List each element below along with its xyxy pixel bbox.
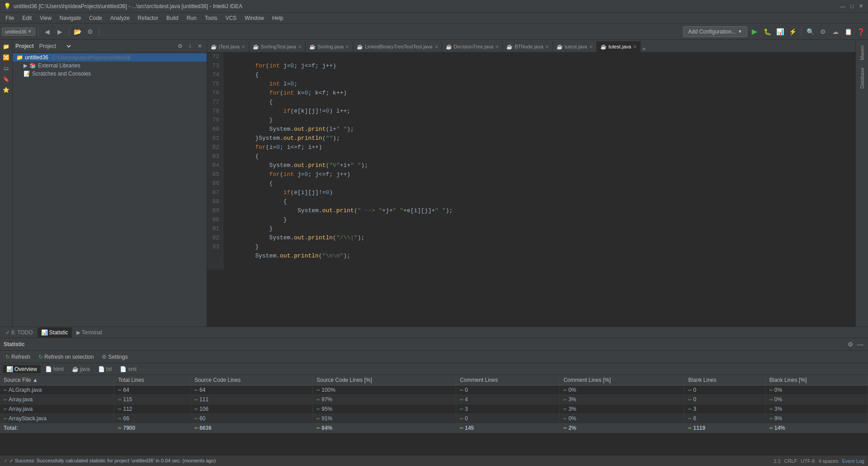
tree-item-ext-libs[interactable]: ▶ 📚 External Libraries [20, 62, 207, 70]
tab-overview[interactable]: 📊 Overview [3, 365, 41, 373]
tab-sortingtest-close[interactable]: ✕ [298, 44, 302, 49]
refresh-btn[interactable]: ↻ Refresh [3, 353, 33, 361]
toolbar-back-btn[interactable]: ◀ [42, 26, 53, 37]
tree-item-scratches[interactable]: 📝 Scratches and Consoles [20, 70, 207, 78]
profile-btn[interactable]: ⚡ [787, 26, 798, 37]
edit-icon: ✏ [4, 388, 7, 393]
run-with-coverage-btn[interactable]: 📊 [774, 26, 785, 37]
menu-edit[interactable]: Edit [19, 14, 35, 22]
todo-panel-tab[interactable]: ✓ 6: TODO [2, 328, 37, 338]
tab-tutest2[interactable]: ☕ tutest.java ✕ [597, 41, 641, 52]
maximize-button[interactable]: □ [848, 3, 855, 10]
menu-build[interactable]: Build [163, 14, 182, 22]
project-sort-icon[interactable]: ↕ [186, 42, 194, 50]
tab-decisiontree-close[interactable]: ✕ [495, 44, 499, 49]
tab-txt[interactable]: 📄 txt [94, 365, 116, 373]
sidebar-project-icon[interactable]: 📁 [1, 42, 11, 52]
panel-settings-btn[interactable]: ⚙ [846, 340, 854, 348]
ext-libs-expand-icon: ▶ [24, 62, 28, 69]
tab-tutest1-label: tutest.java [565, 44, 587, 49]
panel-minimize-btn[interactable]: — [856, 340, 864, 348]
terminal-panel-tab[interactable]: ▶ Terminal [73, 328, 106, 338]
col-src-pct[interactable]: Source Code Lines [%] [313, 375, 456, 385]
tab-jtest[interactable]: ☕ jTest.java ✕ [207, 41, 249, 52]
tab-btnode-close[interactable]: ✕ [545, 44, 549, 49]
tab-btnode[interactable]: ☕ BTNode.java ✕ [503, 41, 553, 52]
tab-sortingtest[interactable]: ☕ SortingTest.java ✕ [249, 41, 306, 52]
tab-tutest1-close[interactable]: ✕ [589, 44, 593, 49]
menu-run[interactable]: Run [183, 14, 200, 22]
col-source-file[interactable]: Source File ▲ [0, 375, 114, 385]
menu-view[interactable]: View [36, 14, 55, 22]
encoding[interactable]: UTF-8 [801, 458, 815, 464]
tab-html[interactable]: 📄 html [42, 365, 67, 373]
toolbar-fwd-btn[interactable]: ▶ [55, 26, 66, 37]
menu-vcs[interactable]: VCS [222, 14, 241, 22]
refresh-selection-btn[interactable]: ↻ Refresh on selection [36, 353, 96, 361]
menu-help[interactable]: Help [269, 14, 287, 22]
sidebar-bookmarks-icon[interactable]: 🔖 [1, 74, 11, 84]
col-cmt-lines[interactable]: Comment Lines [456, 375, 560, 385]
tab-sorting-close[interactable]: ✕ [345, 44, 349, 49]
database-panel-label[interactable]: Database [858, 64, 867, 92]
minimize-button[interactable]: — [839, 3, 846, 10]
project-scope-dropdown[interactable]: Project Packages [36, 42, 72, 51]
menu-file[interactable]: File [2, 14, 18, 22]
event-log-btn[interactable]: Event Log [842, 458, 864, 464]
add-config-button[interactable]: Add Configuration... ▼ [683, 26, 747, 37]
edit-icon: ✏ [194, 426, 198, 431]
tab-linkedbinary-close[interactable]: ✕ [434, 44, 438, 49]
layout-btn[interactable]: 📋 [843, 26, 854, 37]
tab-xml[interactable]: 📄 xml [116, 365, 140, 373]
menu-analyze[interactable]: Analyze [107, 14, 133, 22]
tab-overflow-btn[interactable]: » [641, 46, 647, 52]
col-blank-pct[interactable]: Blank Lines [%] [765, 375, 868, 385]
tab-decisiontree[interactable]: ☕ DecisionTree.java ✕ [442, 41, 503, 52]
project-close-icon[interactable]: ✕ [196, 42, 204, 50]
maven-panel-label[interactable]: Maven [858, 42, 867, 64]
col-cmt-pct[interactable]: Comment Lines [%] [560, 375, 684, 385]
col-total-lines[interactable]: Total Lines [114, 375, 191, 385]
col-blank-lines[interactable]: Blank Lines [684, 375, 765, 385]
sidebar-favorites-icon[interactable]: ⭐ [1, 85, 11, 95]
window-controls: — □ ✕ [839, 3, 864, 10]
cell-src-pct: ✏97% [313, 395, 456, 404]
sidebar-vcs-icon[interactable]: 🔀 [1, 52, 11, 62]
tab-linkedbinary[interactable]: ☕ LinkedBinaryTreeTestTest.java ✕ [353, 41, 442, 52]
menu-refactor[interactable]: Refactor [134, 14, 162, 22]
search-everywhere-btn[interactable]: 🔍 [805, 26, 816, 37]
tab-sorting[interactable]: ☕ Sorting.java ✕ [306, 41, 353, 52]
panel-settings-toolbar-btn[interactable]: ⚙ Settings [99, 353, 130, 361]
project-selector[interactable]: untitled36 ▼ [2, 28, 35, 36]
project-gear-icon[interactable]: ⚙ [176, 42, 184, 50]
cursor-position[interactable]: 1:1 [774, 458, 780, 464]
close-button[interactable]: ✕ [857, 3, 864, 10]
toolbar-settings-btn[interactable]: ⚙ [85, 26, 96, 37]
help-btn[interactable]: ❓ [855, 26, 866, 37]
stats-table-container[interactable]: Source File ▲ Total Lines Source Code Li… [0, 375, 868, 455]
sidebar-structure-icon[interactable]: 🗂 [1, 63, 11, 73]
run-button[interactable]: ▶ [749, 26, 760, 37]
tab-jtest-close[interactable]: ✕ [241, 44, 245, 49]
menu-code[interactable]: Code [85, 14, 106, 22]
vcs-btn[interactable]: ☁ [830, 26, 841, 37]
statistic-panel-tab[interactable]: 📊 Statistic [38, 328, 72, 338]
settings-btn[interactable]: ⚙ [817, 26, 828, 37]
menu-tools[interactable]: Tools [201, 14, 221, 22]
tab-tutest2-close[interactable]: ✕ [633, 44, 637, 49]
col-src-lines[interactable]: Source Code Lines [191, 375, 313, 385]
code-editor[interactable]: 72 73 74 75 76 77 78 79 80 81 82 83 84 8… [207, 52, 855, 327]
debug-button[interactable]: 🐛 [762, 26, 773, 37]
tree-item-root[interactable]: 📁 untitled36 C:\Users\hp\IdeaProjects\un… [13, 53, 207, 62]
cell-file: ✏Array.java [0, 395, 114, 404]
tab-tutest1[interactable]: ☕ tutest.java ✕ [553, 41, 597, 52]
indent-setting[interactable]: 4 spaces [818, 458, 838, 464]
menu-window[interactable]: Window [241, 14, 268, 22]
edit-icon: ✏ [769, 416, 773, 421]
tab-sorting-label: Sorting.java [317, 44, 344, 49]
edit-icon: ✏ [688, 388, 692, 393]
tab-java[interactable]: ☕ java [68, 365, 94, 373]
line-ending[interactable]: CRLF [784, 458, 797, 464]
toolbar-recent-btn[interactable]: 📂 [72, 26, 83, 37]
menu-navigate[interactable]: Navigate [56, 14, 85, 22]
